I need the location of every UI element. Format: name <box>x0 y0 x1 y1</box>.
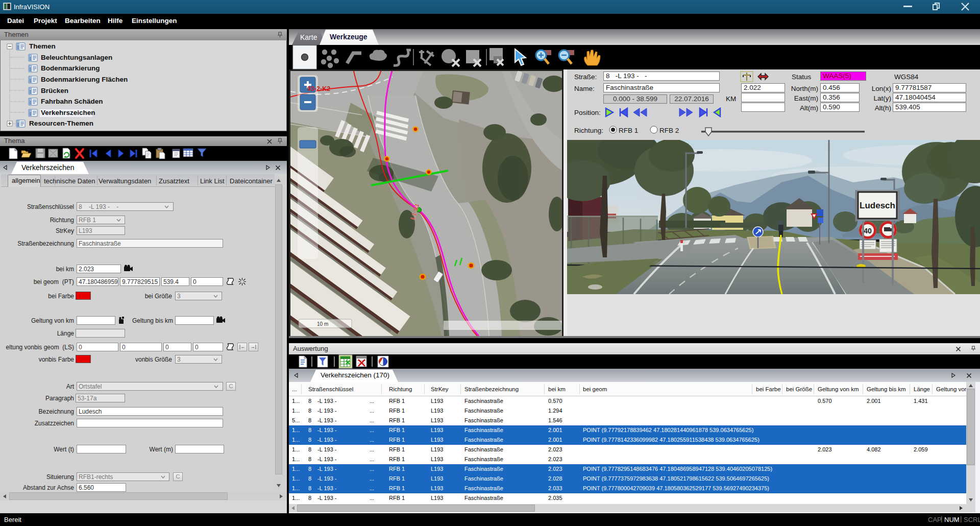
svg-text:93-2-K2: 93-2-K2 <box>307 85 330 92</box>
svg-text:10 m: 10 m <box>317 321 328 327</box>
svg-text:Ludesch: Ludesch <box>860 201 895 210</box>
svg-text:40: 40 <box>864 227 872 235</box>
